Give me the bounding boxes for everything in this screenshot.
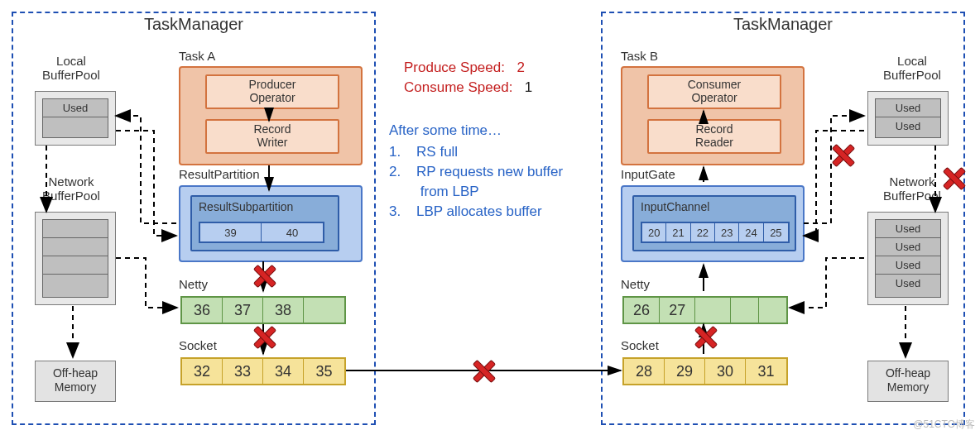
netty-label-left: Netty — [179, 278, 208, 292]
blocked-x-icon — [252, 265, 274, 286]
nbp-row — [43, 220, 108, 238]
local-bufferpool-right: Used Used — [867, 91, 949, 146]
result-subpartition-box: ResultSubpartition 39 40 — [190, 195, 339, 251]
rs-cell: 39 — [200, 223, 262, 241]
ic-cell: 25 — [764, 223, 788, 241]
taskmanager-right: TaskManager Local BufferPool Used Used N… — [601, 12, 965, 425]
rs-cells: 39 40 — [199, 222, 324, 243]
input-channel-label: InputChannel — [641, 200, 709, 213]
input-gate-label: InputGate — [621, 168, 675, 182]
consume-speed-value: 1 — [525, 79, 532, 95]
netty-cell: 37 — [223, 298, 263, 323]
netty-cell — [731, 298, 758, 323]
taskmanager-left-title: TaskManager — [13, 12, 374, 34]
nbp-row — [43, 275, 108, 293]
netty-left: 36 37 38 — [180, 296, 346, 324]
step2: 2. RP requests new buffer — [389, 164, 563, 180]
socket-cell: 35 — [304, 359, 344, 384]
nbp-row: Used — [876, 256, 940, 275]
result-partition-box: ResultSubpartition 39 40 — [179, 185, 363, 262]
lbp-row — [43, 117, 108, 136]
nbp-row — [43, 256, 108, 275]
netty-label-right: Netty — [621, 278, 650, 292]
record-reader-box: Record Reader — [647, 119, 781, 154]
netty-cell — [759, 298, 786, 323]
step2b: from LBP — [389, 184, 479, 200]
netty-cell — [304, 298, 344, 323]
ic-cell: 22 — [691, 223, 715, 241]
nbp-row: Used — [876, 220, 940, 238]
consume-speed-label: Consume Speed: — [404, 79, 512, 95]
local-bufferpool-label-right: Local BufferPool — [871, 55, 954, 82]
watermark-text: @51CTO博客 — [913, 418, 975, 432]
ic-cell: 24 — [739, 223, 763, 241]
step3: 3. LBP allocates buffer — [389, 203, 542, 220]
task-a-container: Producer Operator Record Writer — [179, 66, 363, 165]
netty-cell: 26 — [624, 298, 660, 323]
network-bufferpool-left — [35, 212, 116, 305]
blocked-x-icon — [942, 167, 963, 189]
offheap-memory-left: Off-heap Memory — [35, 361, 116, 402]
consume-speed-line: Consume Speed: 1 — [404, 79, 532, 96]
nbp-row — [43, 238, 108, 256]
blocked-x-icon — [472, 360, 493, 381]
network-bufferpool-label-right: Network BufferPool — [871, 175, 954, 203]
rs-cell: 40 — [262, 223, 323, 241]
taskmanager-left: TaskManager Local BufferPool Used Networ… — [12, 12, 376, 425]
socket-cell: 32 — [182, 359, 223, 384]
socket-cell: 28 — [624, 359, 665, 384]
local-bufferpool-left: Used — [35, 91, 116, 146]
task-b-container: Consumer Operator Record Reader — [621, 66, 805, 165]
network-bufferpool-right: Used Used Used Used — [867, 212, 949, 305]
ic-cell: 21 — [666, 223, 690, 241]
blocked-x-icon — [831, 144, 853, 165]
producer-operator-box: Producer Operator — [205, 74, 339, 109]
netty-right: 26 27 — [622, 296, 788, 324]
produce-speed-line: Produce Speed: 2 — [404, 60, 525, 76]
netty-cell: 36 — [182, 298, 223, 323]
blocked-x-icon — [694, 326, 715, 347]
nbp-row: Used — [876, 238, 940, 256]
result-partition-label: ResultPartition — [179, 168, 260, 182]
blocked-x-icon — [252, 326, 274, 347]
step1: 1. RS full — [389, 144, 458, 160]
socket-cell: 29 — [665, 359, 705, 384]
result-subpartition-label: ResultSubpartition — [199, 200, 293, 213]
offheap-memory-right: Off-heap Memory — [867, 361, 949, 402]
ic-cell: 20 — [642, 223, 666, 241]
input-gate-box: InputChannel 20 21 22 23 24 25 — [621, 185, 805, 262]
taskmanager-right-title: TaskManager — [603, 12, 963, 34]
lbp-row: Used — [876, 117, 940, 136]
consumer-operator-box: Consumer Operator — [647, 74, 781, 109]
socket-label-right: Socket — [621, 339, 659, 353]
socket-right: 28 29 30 31 — [622, 357, 788, 385]
produce-speed-value: 2 — [516, 60, 524, 75]
socket-label-left: Socket — [179, 339, 217, 353]
socket-left: 32 33 34 35 — [180, 357, 346, 385]
lbp-row: Used — [876, 99, 940, 117]
socket-cell: 33 — [223, 359, 263, 384]
lbp-row: Used — [43, 99, 108, 117]
task-b-label: Task B — [621, 50, 658, 64]
netty-cell — [695, 298, 731, 323]
input-channel-box: InputChannel 20 21 22 23 24 25 — [632, 195, 796, 251]
produce-speed-label: Produce Speed: — [404, 60, 505, 75]
after-some-time: After some time… — [389, 122, 502, 139]
task-a-label: Task A — [179, 50, 215, 64]
ic-cells: 20 21 22 23 24 25 — [641, 222, 790, 243]
socket-cell: 34 — [263, 359, 304, 384]
ic-cell: 23 — [715, 223, 739, 241]
netty-cell: 38 — [263, 298, 304, 323]
nbp-row: Used — [876, 275, 940, 293]
record-writer-box: Record Writer — [205, 119, 339, 154]
local-bufferpool-label-left: Local BufferPool — [30, 55, 113, 82]
network-bufferpool-label-left: Network BufferPool — [30, 175, 113, 203]
netty-cell: 27 — [660, 298, 695, 323]
socket-cell: 30 — [705, 359, 746, 384]
socket-cell: 31 — [746, 359, 786, 384]
